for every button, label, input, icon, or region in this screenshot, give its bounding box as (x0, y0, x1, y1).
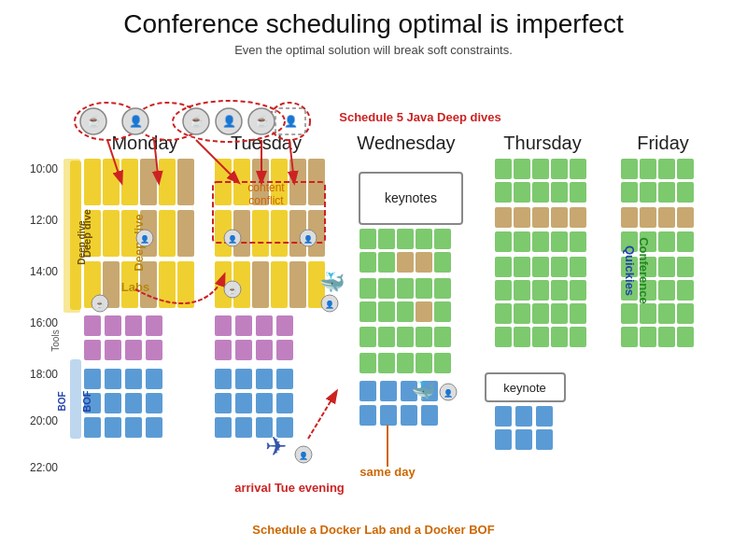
mon-blue-cell (84, 369, 101, 389)
tue-cell (233, 261, 250, 308)
day-monday: Monday (111, 133, 177, 153)
fri-cell (621, 280, 638, 301)
wed-cell (434, 252, 451, 273)
mon-java-small (92, 295, 108, 312)
thu-cell (495, 182, 512, 203)
mon-bof-cell (146, 315, 162, 336)
thu-cell (495, 280, 512, 301)
wed-cell (359, 278, 376, 299)
mon-cell (84, 210, 101, 257)
thu-blue-cell (495, 406, 512, 427)
wed-cell (378, 252, 395, 273)
wed-cell (397, 301, 414, 322)
mon-cell (140, 261, 157, 308)
wed-cell (434, 301, 451, 322)
thu-cell (495, 327, 512, 347)
day-thursday: Thursday (503, 133, 581, 153)
fri-cell (640, 207, 656, 228)
docker-icon: 🐳 (412, 379, 435, 401)
mon-bof-cell (84, 340, 101, 360)
tue-blue-cell (256, 369, 273, 389)
tue-bof-cell (235, 340, 252, 360)
thu-cell (570, 257, 586, 277)
thu-cell (514, 231, 530, 252)
thu-cell (514, 280, 530, 301)
wed-cell (397, 327, 414, 347)
avatar-friday-icon: 👤 (284, 114, 298, 128)
fri-cell (658, 327, 675, 347)
tue-blue-cell (276, 369, 293, 389)
bof-side-bar (70, 359, 81, 439)
tue-cell (252, 159, 269, 205)
wed-cell (434, 229, 451, 249)
fri-cell (621, 257, 638, 277)
docker-icon-2: 🐳 (319, 270, 345, 295)
time-1800: 18:00 (30, 368, 58, 381)
avatar-circle-1 (75, 103, 140, 140)
tue-avatar2-icon: 👤 (325, 300, 334, 309)
thu-cell (514, 327, 530, 347)
thu-cell (551, 303, 568, 324)
mon-cell (140, 159, 157, 205)
fri-cell (640, 159, 656, 179)
bof-label: BOF (81, 390, 92, 413)
thu-cell (495, 231, 512, 252)
thu-cell (514, 159, 530, 179)
fri-cell (621, 207, 638, 228)
mon-cell (177, 210, 194, 257)
mon-blue-cell (105, 417, 121, 438)
mon-java-icon: ☕ (95, 300, 105, 309)
fri-cell (640, 257, 656, 277)
java-deep-dives-annotation: Schedule 5 Java Deep dives (339, 110, 500, 124)
time-1600: 16:00 (30, 316, 58, 329)
tue-cell (271, 261, 288, 308)
time-1400: 14:00 (30, 265, 58, 278)
fri-cell (640, 303, 656, 324)
keynotes-text: keynotes (385, 190, 437, 205)
fri-cell (677, 207, 694, 228)
thu-cell (570, 182, 586, 203)
wed-blue-cell (380, 405, 397, 426)
mon-blue-cell (146, 417, 162, 438)
wed-cell (416, 327, 432, 347)
conference-label: Conference (637, 237, 651, 304)
wed-cell (397, 353, 414, 373)
mon-cell (159, 261, 176, 308)
fri-cell (658, 182, 675, 203)
content-conflict-annotation: content (247, 181, 285, 194)
fri-cell (677, 327, 694, 347)
tue-blue-cell (215, 369, 232, 389)
thu-cell (551, 182, 568, 203)
tue-cell (308, 159, 325, 205)
thu-blue-cell (536, 406, 553, 427)
mon-bof-cell (105, 315, 121, 336)
wed-cell (359, 327, 376, 347)
tue-cell (252, 210, 269, 257)
tue-java-small (224, 281, 241, 298)
mon-blue-cell (105, 369, 121, 389)
mon-cell (177, 261, 194, 308)
fri-cell (621, 159, 638, 179)
fri-cell (640, 182, 656, 203)
day-tuesday: Tuesday (231, 133, 302, 153)
day-wednesday: Wednesday (357, 133, 455, 153)
page-title: Conference scheduling optimal is imperfe… (0, 0, 747, 39)
tue-bof-cell (256, 340, 273, 360)
mon-blue-cell (84, 393, 101, 413)
wed-cell (416, 353, 432, 373)
fri-cell (677, 303, 694, 324)
tue-bof-cell (235, 315, 252, 336)
tue-bof-cell (215, 340, 232, 360)
thu-cell (495, 159, 512, 179)
content-conflict-rect (213, 182, 325, 243)
wed-cell (434, 327, 451, 347)
mon-bof-cell (125, 340, 142, 360)
thu-blue-cell (515, 406, 532, 427)
tue-blue-cell (235, 417, 252, 438)
tue-cell (215, 210, 232, 257)
tue-bof-cell (276, 340, 293, 360)
mon-blue-cell (84, 417, 101, 438)
mon-cell (103, 210, 120, 257)
labs-label: Labs (121, 280, 149, 294)
fri-cell (677, 231, 694, 252)
